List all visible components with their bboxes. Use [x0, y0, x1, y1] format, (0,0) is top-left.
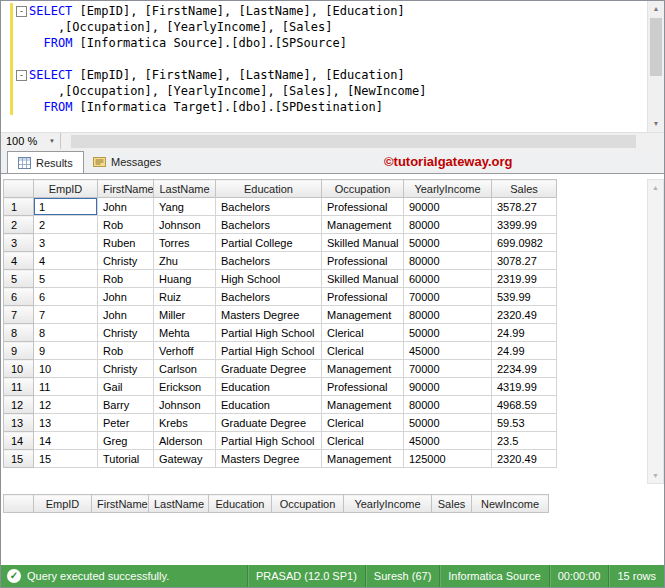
cell[interactable]: Peter [98, 414, 154, 432]
column-header[interactable]: EmpID [34, 180, 98, 198]
cell[interactable]: 90000 [404, 198, 492, 216]
cell[interactable]: 70000 [404, 288, 492, 306]
cell[interactable]: 80000 [404, 252, 492, 270]
row-header[interactable]: 4 [4, 252, 34, 270]
editor-scrollbar-thumb[interactable] [650, 18, 662, 76]
cell[interactable]: 70000 [404, 360, 492, 378]
cell[interactable]: High School [216, 270, 322, 288]
cell[interactable]: 8 [34, 324, 98, 342]
row-header[interactable]: 13 [4, 414, 34, 432]
column-header[interactable]: YearlyIncome [404, 180, 492, 198]
cell[interactable]: 2 [34, 216, 98, 234]
cell[interactable]: Ruiz [154, 288, 216, 306]
cell[interactable]: Miller [154, 306, 216, 324]
column-header[interactable]: Education [216, 180, 322, 198]
cell[interactable]: 125000 [404, 450, 492, 468]
cell[interactable]: 7 [34, 306, 98, 324]
cell[interactable]: 13 [34, 414, 98, 432]
cell[interactable]: Christy [98, 252, 154, 270]
cell[interactable]: 24.99 [492, 342, 557, 360]
cell[interactable]: 3399.99 [492, 216, 557, 234]
cell[interactable]: Management [322, 450, 404, 468]
corner-cell[interactable] [4, 180, 34, 198]
cell[interactable]: Barry [98, 396, 154, 414]
zoom-selector[interactable]: 100 % ▼ [1, 133, 61, 150]
cell[interactable]: Professional [322, 378, 404, 396]
row-header[interactable]: 3 [4, 234, 34, 252]
column-header[interactable]: LastName [149, 495, 209, 513]
grid-vertical-scrollbar[interactable]: ▲ ▼ [647, 179, 664, 484]
column-header[interactable]: YearlyIncome [344, 495, 432, 513]
cell[interactable]: Education [216, 378, 322, 396]
column-header[interactable]: Occupation [322, 180, 404, 198]
cell[interactable]: Professional [322, 252, 404, 270]
cell[interactable]: 11 [34, 378, 98, 396]
cell[interactable]: 80000 [404, 396, 492, 414]
cell[interactable]: 2320.49 [492, 450, 557, 468]
cell[interactable]: Tutorial [98, 450, 154, 468]
collapse-minus-icon[interactable]: - [16, 70, 27, 81]
cell[interactable]: Rob [98, 342, 154, 360]
cell[interactable]: Masters Degree [216, 306, 322, 324]
cell[interactable]: Ruben [98, 234, 154, 252]
scroll-down-icon[interactable]: ▼ [648, 468, 663, 483]
cell[interactable]: Bachelors [216, 288, 322, 306]
cell[interactable]: 14 [34, 432, 98, 450]
cell[interactable]: 9 [34, 342, 98, 360]
row-header[interactable]: 2 [4, 216, 34, 234]
row-header[interactable]: 7 [4, 306, 34, 324]
row-header[interactable]: 9 [4, 342, 34, 360]
column-header[interactable]: Education [209, 495, 272, 513]
cell[interactable]: Verhoff [154, 342, 216, 360]
cell[interactable]: John [98, 306, 154, 324]
row-header[interactable]: 12 [4, 396, 34, 414]
cell[interactable]: Clerical [322, 324, 404, 342]
cell[interactable]: Yang [154, 198, 216, 216]
cell[interactable]: Torres [154, 234, 216, 252]
cell[interactable]: Partial High School [216, 432, 322, 450]
cell[interactable]: 699.0982 [492, 234, 557, 252]
cell[interactable]: 2319.99 [492, 270, 557, 288]
horizontal-scrollbar-thumb[interactable] [71, 135, 636, 148]
column-header[interactable]: LastName [154, 180, 216, 198]
cell[interactable]: 90000 [404, 378, 492, 396]
column-header[interactable]: NewIncome [472, 495, 549, 513]
cell[interactable]: 24.99 [492, 324, 557, 342]
cell[interactable]: 3078.27 [492, 252, 557, 270]
cell[interactable]: 539.99 [492, 288, 557, 306]
cell[interactable]: Clerical [322, 342, 404, 360]
scroll-down-icon[interactable]: ▼ [648, 116, 664, 132]
row-header[interactable]: 1 [4, 198, 34, 216]
tab-results[interactable]: Results [7, 151, 84, 173]
cell[interactable]: Christy [98, 324, 154, 342]
cell[interactable]: Bachelors [216, 198, 322, 216]
row-header[interactable]: 15 [4, 450, 34, 468]
cell[interactable]: Rob [98, 270, 154, 288]
cell[interactable]: Gateway [154, 450, 216, 468]
cell[interactable]: Rob [98, 216, 154, 234]
cell[interactable]: 80000 [404, 306, 492, 324]
cell[interactable]: Skilled Manual [322, 270, 404, 288]
cell[interactable]: Huang [154, 270, 216, 288]
cell[interactable]: John [98, 288, 154, 306]
column-header[interactable]: Occupation [272, 495, 344, 513]
cell[interactable]: John [98, 198, 154, 216]
cell[interactable]: 45000 [404, 432, 492, 450]
cell[interactable]: 4 [34, 252, 98, 270]
cell[interactable]: Professional [322, 198, 404, 216]
cell[interactable]: Alderson [154, 432, 216, 450]
cell[interactable]: 50000 [404, 234, 492, 252]
cell[interactable]: 4968.59 [492, 396, 557, 414]
cell[interactable]: 2320.49 [492, 306, 557, 324]
row-header[interactable]: 10 [4, 360, 34, 378]
cell[interactable]: Carlson [154, 360, 216, 378]
cell[interactable]: 3 [34, 234, 98, 252]
cell[interactable]: 23.5 [492, 432, 557, 450]
cell[interactable]: Partial High School [216, 324, 322, 342]
corner-cell[interactable] [4, 495, 34, 513]
cell[interactable]: Partial College [216, 234, 322, 252]
tab-messages[interactable]: Messages [83, 151, 171, 173]
cell[interactable]: 12 [34, 396, 98, 414]
cell[interactable]: 50000 [404, 324, 492, 342]
cell[interactable]: 45000 [404, 342, 492, 360]
